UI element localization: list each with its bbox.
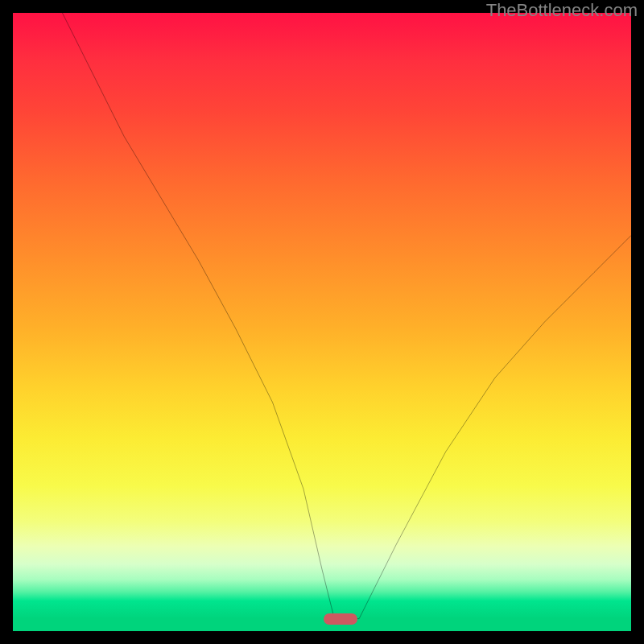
plot-area [13, 13, 631, 631]
chart-container: TheBottleneck.com [0, 0, 644, 644]
watermark-text: TheBottleneck.com [486, 0, 638, 21]
optimum-marker [324, 613, 357, 625]
bottleneck-line [13, 13, 631, 631]
